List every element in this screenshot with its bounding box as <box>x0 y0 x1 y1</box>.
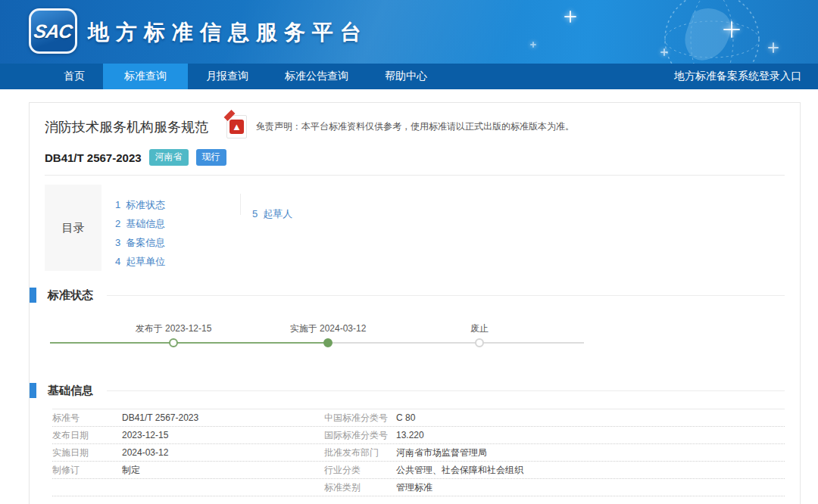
status-badge: 河南省 <box>149 149 189 166</box>
nav-item-link[interactable]: 月报查询 <box>188 64 267 89</box>
sac-logo-text: SAC <box>33 20 73 42</box>
info-label: 行业分类 <box>324 464 396 477</box>
catalog-link-number: 2 <box>115 218 120 229</box>
timeline-label: 实施于 2024-03-12 <box>290 322 367 335</box>
timeline-line-completed <box>50 342 328 344</box>
table-row: 实施日期2024-03-12批准发布部门河南省市场监督管理局 <box>52 444 785 462</box>
catalog-link-label: 备案信息 <box>126 237 165 248</box>
nav-filing-login-link[interactable]: 地方标准备案系统登录入口 <box>674 64 818 89</box>
badge-group: 河南省现行 <box>142 149 226 166</box>
info-value: 管理标准 <box>396 481 785 494</box>
table-row: 制修订制定行业分类公共管理、社会保障和社会组织 <box>52 462 785 479</box>
info-label: 标准号 <box>52 412 122 425</box>
catalog-link-number: 3 <box>115 237 120 248</box>
horizontal-divider <box>45 175 785 176</box>
star-decoration <box>723 21 740 38</box>
star-decoration <box>768 42 779 53</box>
catalog-link[interactable]: 1标准状态 <box>115 195 240 214</box>
catalog-link-label: 起草单位 <box>126 256 165 267</box>
info-label: 实施日期 <box>52 446 122 459</box>
info-value: 制定 <box>122 464 324 477</box>
info-value: DB41/T 2567-2023 <box>122 412 324 423</box>
table-row: 标准号DB41/T 2567-2023中国标准分类号C 80 <box>52 409 785 427</box>
timeline-label: 发布于 2023-12-15 <box>136 322 212 335</box>
section-heading-line <box>107 390 785 391</box>
standard-title-row: 消防技术服务机构服务规范 ▲ 免责声明：本平台标准资料仅供参考，使用标准请以正式… <box>45 115 785 138</box>
main-nav: 首页标准查询月报查询标准公告查询帮助中心 地方标准备案系统登录入口 <box>0 64 818 89</box>
standard-title: 消防技术服务机构服务规范 <box>45 118 208 136</box>
catalog-column-1: 1标准状态2基础信息3备案信息4起草单位 <box>115 185 240 271</box>
basic-info-section-heading: 基础信息 <box>30 383 800 398</box>
info-label: 国际标准分类号 <box>324 429 396 442</box>
status-badge: 现行 <box>196 149 226 166</box>
catalog-link[interactable]: 2基础信息 <box>115 214 240 233</box>
table-row: 发布日期2023-12-15国际标准分类号13.220 <box>52 427 785 444</box>
info-value: 公共管理、社会保障和社会组织 <box>396 464 785 477</box>
star-decoration <box>530 42 536 48</box>
nav-items: 首页标准查询月报查询标准公告查询帮助中心 <box>45 64 445 89</box>
info-label: 制修订 <box>52 464 122 477</box>
nav-item-active[interactable]: 标准查询 <box>103 64 188 89</box>
info-label: 中国标准分类号 <box>324 412 396 425</box>
timeline-node-done <box>169 338 178 347</box>
section-accent-bar <box>30 383 36 398</box>
content-container: 消防技术服务机构服务规范 ▲ 免责声明：本平台标准资料仅供参考，使用标准请以正式… <box>29 102 801 504</box>
pdf-file-icon[interactable]: ▲ <box>226 115 247 138</box>
catalog-link-number: 5 <box>252 208 258 219</box>
catalog-link[interactable]: 3备案信息 <box>115 233 240 252</box>
standard-code-row: DB41/T 2567-2023 河南省现行 <box>45 149 785 166</box>
info-label: 批准发布部门 <box>324 446 396 459</box>
section-heading-line <box>107 295 785 296</box>
nav-left-gap <box>0 64 45 89</box>
section-accent-bar <box>30 288 36 303</box>
info-value: 2024-03-12 <box>122 447 324 458</box>
catalog-link-label: 基础信息 <box>126 218 165 229</box>
nav-item-link[interactable]: 帮助中心 <box>367 64 445 89</box>
catalog-link[interactable]: 4起草单位 <box>115 252 240 271</box>
catalog-title-box: 目录 <box>45 185 101 271</box>
standard-code: DB41/T 2567-2023 <box>45 151 142 164</box>
status-timeline: 发布于 2023-12-15实施于 2024-03-12废止 <box>30 313 800 360</box>
catalog-link-label: 起草人 <box>263 208 292 219</box>
catalog-link-number: 4 <box>115 256 120 267</box>
table-row: 标准类别管理标准 <box>52 479 785 496</box>
nav-item-link[interactable]: 标准公告查询 <box>267 64 367 89</box>
catalog-link[interactable]: 5起草人 <box>252 204 292 223</box>
info-value: 13.220 <box>396 430 785 440</box>
catalog-column-2: 5起草人 <box>240 194 292 215</box>
timeline-node-pending <box>475 338 484 347</box>
info-value: 2023-12-15 <box>122 430 324 440</box>
site-title: 地方标准信息服务平台 <box>88 18 368 47</box>
info-label: 发布日期 <box>52 429 122 442</box>
timeline-line-remaining <box>328 342 584 344</box>
catalog-link-number: 1 <box>115 199 120 210</box>
basic-info-table: 标准号DB41/T 2567-2023中国标准分类号C 80发布日期2023-1… <box>52 409 785 496</box>
nav-spacer <box>445 64 674 89</box>
info-value: 河南省市场监督管理局 <box>396 446 785 459</box>
pdf-icon-badge: ▲ <box>229 120 244 134</box>
catalog-section: 目录 1标准状态2基础信息3备案信息4起草单位 5起草人 <box>45 185 785 271</box>
star-decoration <box>564 11 576 23</box>
disclaimer-text: 免责声明：本平台标准资料仅供参考，使用标准请以正式出版的标准版本为准。 <box>256 120 574 133</box>
status-section-heading: 标准状态 <box>30 288 800 303</box>
status-section-title: 标准状态 <box>48 288 93 303</box>
timeline-node-current <box>323 338 333 347</box>
timeline-label: 废止 <box>470 322 489 335</box>
info-value: C 80 <box>396 412 785 423</box>
catalog-title: 目录 <box>62 221 85 235</box>
basic-info-section-title: 基础信息 <box>48 384 93 398</box>
info-label: 标准类别 <box>324 481 396 494</box>
catalog-link-label: 标准状态 <box>126 199 165 210</box>
header-banner: SAC 地方标准信息服务平台 <box>0 0 818 64</box>
nav-item-link[interactable]: 首页 <box>45 64 103 89</box>
sac-logo: SAC <box>29 8 77 54</box>
star-decoration <box>660 48 668 56</box>
